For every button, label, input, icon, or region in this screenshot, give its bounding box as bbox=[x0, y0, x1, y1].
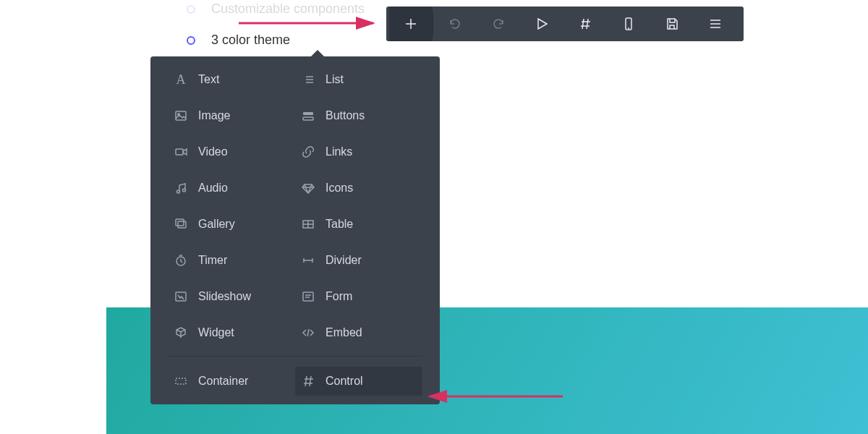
mobile-icon bbox=[621, 17, 636, 31]
list-icon bbox=[301, 72, 315, 87]
add-button[interactable] bbox=[389, 7, 433, 41]
menu-item-gallery[interactable]: Gallery bbox=[168, 214, 295, 234]
menu-item-label: Video bbox=[198, 145, 228, 158]
svg-rect-7 bbox=[178, 221, 186, 228]
menu-button[interactable] bbox=[694, 7, 737, 41]
menu-item-list[interactable]: List bbox=[295, 69, 422, 90]
menu-item-slideshow[interactable]: Slideshow bbox=[168, 286, 295, 307]
svg-rect-15 bbox=[176, 378, 186, 384]
bullet-row: Customizable components bbox=[187, 1, 365, 17]
menu-item-label: Audio bbox=[198, 182, 228, 195]
menu-item-icons[interactable]: Icons bbox=[295, 178, 422, 198]
svg-rect-4 bbox=[176, 149, 183, 155]
popover-column-left: A Text Image Video Audio Gallery Time bbox=[168, 69, 295, 343]
menu-item-label: Text bbox=[198, 73, 219, 86]
play-button[interactable] bbox=[520, 7, 563, 41]
svg-rect-8 bbox=[176, 219, 184, 226]
undo-icon bbox=[448, 17, 462, 31]
menu-item-timer[interactable]: Timer bbox=[168, 250, 295, 271]
redo-button[interactable] bbox=[477, 7, 520, 41]
gallery-icon bbox=[174, 217, 188, 231]
diamond-icon bbox=[301, 181, 315, 195]
plus-icon bbox=[404, 17, 418, 31]
menu-item-divider[interactable]: Divider bbox=[295, 250, 422, 271]
menu-item-buttons[interactable]: Buttons bbox=[295, 106, 422, 126]
divider-icon bbox=[301, 253, 315, 268]
embed-icon bbox=[301, 326, 315, 340]
menu-item-label: Form bbox=[326, 290, 352, 303]
svg-rect-12 bbox=[303, 117, 313, 120]
buttons-icon bbox=[301, 109, 315, 123]
menu-item-label: Widget bbox=[198, 326, 234, 339]
slideshow-icon bbox=[174, 289, 188, 304]
play-icon bbox=[535, 17, 549, 31]
menu-item-image[interactable]: Image bbox=[168, 106, 295, 126]
bullet-text: 3 color theme bbox=[211, 33, 290, 48]
video-icon bbox=[174, 145, 188, 159]
menu-item-label: Gallery bbox=[198, 218, 235, 231]
bullet-marker-icon bbox=[187, 36, 195, 45]
redo-icon bbox=[491, 17, 506, 31]
bullet-row: 3 color theme bbox=[187, 33, 365, 48]
svg-rect-11 bbox=[303, 112, 313, 115]
table-icon bbox=[301, 217, 315, 231]
menu-item-form[interactable]: Form bbox=[295, 286, 422, 307]
menu-item-embed[interactable]: Embed bbox=[295, 323, 422, 343]
bullet-marker-icon bbox=[187, 5, 195, 14]
save-icon bbox=[665, 17, 679, 31]
menu-item-label: Control bbox=[326, 375, 363, 388]
undo-button[interactable] bbox=[433, 7, 477, 41]
menu-item-label: Slideshow bbox=[198, 290, 251, 303]
popover-column-right: List Buttons Links Icons Table Divider bbox=[295, 69, 422, 343]
text-icon: A bbox=[174, 72, 188, 87]
menu-item-label: Icons bbox=[326, 182, 353, 195]
popover-divider bbox=[168, 356, 422, 357]
svg-point-6 bbox=[183, 189, 186, 192]
save-button[interactable] bbox=[650, 7, 694, 41]
menu-item-text[interactable]: A Text bbox=[168, 69, 295, 90]
menu-item-links[interactable]: Links bbox=[295, 142, 422, 162]
menu-item-label: Divider bbox=[326, 254, 362, 267]
svg-rect-14 bbox=[303, 292, 313, 301]
image-icon bbox=[174, 109, 188, 123]
menu-item-label: Image bbox=[198, 109, 230, 122]
menu-item-label: Timer bbox=[198, 254, 227, 267]
hash-icon bbox=[301, 374, 315, 388]
menu-item-label: Buttons bbox=[326, 109, 365, 122]
timer-icon bbox=[174, 253, 188, 268]
menu-item-label: Links bbox=[326, 145, 352, 158]
editor-toolbar bbox=[386, 7, 744, 41]
menu-item-video[interactable]: Video bbox=[168, 142, 295, 162]
add-element-popover: A Text Image Video Audio Gallery Time bbox=[150, 56, 440, 404]
device-button[interactable] bbox=[607, 7, 650, 41]
menu-item-table[interactable]: Table bbox=[295, 214, 422, 234]
menu-item-label: Table bbox=[326, 218, 353, 231]
hash-icon bbox=[578, 17, 592, 31]
popover-caret-icon bbox=[311, 50, 324, 56]
menu-item-control[interactable]: Control bbox=[295, 367, 422, 396]
page-bullet-list: Customizable components 3 color theme bbox=[187, 1, 365, 64]
menu-item-widget[interactable]: Widget bbox=[168, 323, 295, 343]
bullet-text: Customizable components bbox=[211, 1, 365, 17]
links-icon bbox=[301, 145, 315, 159]
widget-icon bbox=[174, 326, 188, 340]
hamburger-icon bbox=[708, 17, 723, 31]
anchor-button[interactable] bbox=[563, 7, 607, 41]
container-icon bbox=[174, 374, 188, 388]
menu-item-label: Container bbox=[198, 375, 248, 388]
menu-item-container[interactable]: Container bbox=[168, 367, 295, 396]
audio-icon bbox=[174, 181, 188, 195]
menu-item-label: Embed bbox=[326, 326, 362, 339]
svg-point-5 bbox=[177, 190, 180, 193]
menu-item-audio[interactable]: Audio bbox=[168, 178, 295, 198]
menu-item-label: List bbox=[326, 73, 344, 86]
form-icon bbox=[301, 289, 315, 304]
